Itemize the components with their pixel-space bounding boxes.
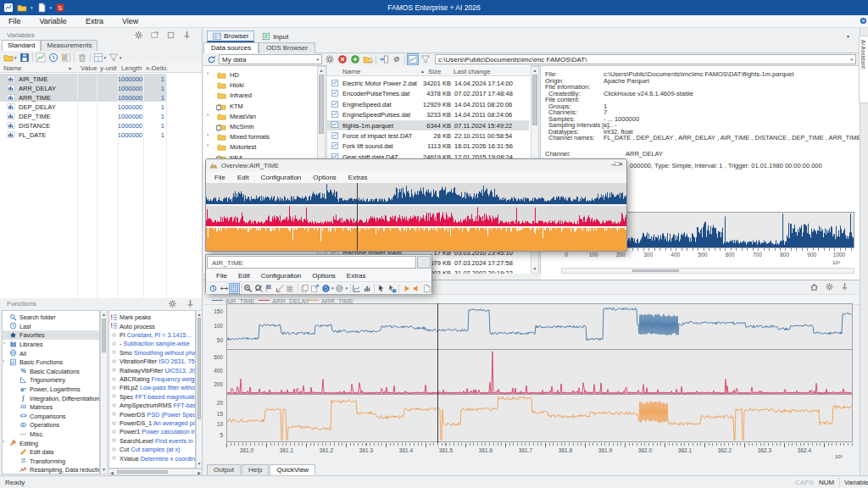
settings-gear-icon[interactable] (168, 299, 177, 308)
list-item-cut[interactable]: Cut Cut samples (at x) (109, 445, 196, 453)
save-icon[interactable] (19, 53, 30, 63)
tree-item-favorites[interactable]: Favorites (3, 330, 100, 340)
tree-item-comparisons[interactable]: <>Comparisons (3, 412, 100, 421)
file-row-fork-lift-sound-dat[interactable]: Fork lift sound.dat1113 KB16.01.2026 16:… (327, 141, 529, 151)
list-item-railwayvibfilter[interactable]: RailwayVibFilter UIC513, JIS E4023 (109, 365, 196, 374)
zoom-free-icon[interactable] (254, 284, 264, 293)
layout-grid-icon[interactable] (93, 53, 103, 63)
properties-clock-icon[interactable] (48, 53, 58, 63)
table-row[interactable]: DEP_DELAY10000001 (0, 102, 167, 111)
menu-view[interactable]: View (122, 17, 138, 25)
file-row-force-of-impact-test-dat[interactable]: Force of impact test.DAT28 KB22.10.2011 … (327, 130, 529, 141)
tree-item-libraries[interactable]: ›Libraries (3, 340, 100, 349)
list-item-smo[interactable]: Smo Smoothing without phase shift (109, 348, 196, 357)
curve-menu-options[interactable]: Options (312, 272, 336, 280)
overview-menu-edit[interactable]: Edit (237, 174, 249, 181)
variable-name-box[interactable]: AIR_TIME (207, 256, 416, 269)
tree-item-resampling-data-reduction[interactable]: Resampling, Data reduction (3, 465, 100, 474)
list-item-powerds-1[interactable]: PowerDS_1 An averaged power sp (109, 419, 196, 427)
bottom-tab-output[interactable]: Output (207, 464, 241, 475)
report-page-icon[interactable] (422, 284, 431, 293)
preview-hscrollbar[interactable] (561, 268, 854, 274)
subtab-ods-browser[interactable]: ODS Browser (259, 42, 315, 53)
curve-menu-configuration[interactable]: Configuration (261, 272, 302, 280)
update-manual-icon[interactable] (335, 284, 344, 293)
add-source-icon[interactable] (350, 54, 360, 64)
scroll-up-arrow[interactable]: ▲ (531, 68, 538, 74)
functions-list-hscrollbar[interactable]: ◀ ▶ (108, 469, 203, 475)
list-item-power1[interactable]: Power1 Power calculation in one ph (109, 427, 196, 435)
export-curve-icon[interactable] (310, 284, 320, 293)
table-row[interactable]: ARR_DELAY10000001 (0, 83, 167, 92)
folder-open-icon[interactable] (17, 3, 27, 13)
list-item-auto-process[interactable]: Auto process (109, 321, 196, 330)
folder-item-ktm[interactable]: KTM (203, 101, 317, 111)
tab-row-overflow-icon[interactable]: ▾ (847, 33, 849, 39)
table-row[interactable]: DISTANCE10000001 (0, 120, 167, 130)
tab-input[interactable]: Input (256, 30, 294, 42)
overview-menu-extras[interactable]: Extras (348, 174, 368, 181)
expander-icon[interactable]: › (2, 360, 7, 362)
settings-gear-icon[interactable] (134, 30, 143, 40)
tree-item-transforming[interactable]: Transforming (3, 457, 100, 466)
tree-item-edit-data[interactable]: Edit data (3, 447, 100, 457)
tree-item-power-logarithms[interactable]: aˣPower, Logarithms (3, 385, 100, 394)
dropdown-caret-icon[interactable]: ▾ (31, 5, 33, 10)
tree-item-search-folder[interactable]: Search folder (3, 313, 100, 322)
curve-menu-file[interactable]: File (216, 272, 227, 280)
list-item--[interactable]: - Subtraction sample-wise (109, 339, 196, 347)
column-header-date[interactable]: Last change (453, 68, 491, 75)
curve-menu-extras[interactable]: Extras (347, 272, 366, 280)
measure-circle-icon[interactable] (209, 284, 218, 293)
scroll-down-arrow[interactable]: ▼ (531, 266, 538, 272)
expander-icon[interactable]: › (3, 340, 5, 345)
tree-item-trigonometry[interactable]: Trigonometry (3, 375, 100, 385)
columns-panel-icon[interactable] (61, 53, 71, 63)
table-row[interactable]: DEP_TIME10000001 (0, 111, 167, 120)
wctl[interactable]: × (619, 160, 623, 168)
column-header-length[interactable]: Length (121, 64, 142, 72)
new-file-icon[interactable] (36, 3, 47, 13)
tab-standard[interactable]: Standard (2, 40, 41, 51)
list-item-pi[interactable]: PI Constant, PI = 3.1415... (109, 330, 196, 339)
column-header-xdelta[interactable]: x-Delta (146, 64, 167, 72)
refresh-icon[interactable] (207, 55, 216, 64)
home-icon[interactable] (810, 282, 819, 291)
tree-item-matrices[interactable]: Matrices (3, 402, 100, 412)
folder-item-infrared[interactable]: Infrared (203, 90, 317, 100)
at-sign-icon[interactable]: @ (392, 54, 402, 64)
file-row-encoderpulsetimes-dat[interactable]: EncoderPulseTimes.dat4378 KB07.02.2017 1… (327, 88, 529, 98)
file-row-electric-motor-power-2-dat[interactable]: Electric Motor Power 2.dat34201 KB14.04.… (327, 78, 529, 88)
edit-folder-icon[interactable] (363, 54, 373, 64)
menu-extra[interactable]: Extra (86, 17, 103, 25)
path-combo[interactable]: c:\Users\Public\Documents\imc\imc FAMOS\… (435, 54, 856, 64)
list-item-xvalue[interactable]: XValue Determine x coordinate (109, 453, 196, 462)
curve-fit-icon[interactable] (352, 284, 361, 293)
overview-menu-options[interactable]: Options (313, 174, 337, 181)
folder-item-micsmin[interactable]: MicSmin (203, 121, 317, 131)
expander-icon[interactable]: › (207, 132, 209, 138)
pin-icon[interactable] (840, 282, 849, 291)
copy-page-icon[interactable] (300, 284, 309, 293)
filter-funnel-icon[interactable] (108, 53, 119, 63)
list-item-powerds[interactable]: PowerDS PSD (Power Spectral Dens (109, 409, 196, 418)
overview-menu-file[interactable]: File (214, 174, 225, 181)
list-item-spec[interactable]: Spec FFT-based magnitude spectru (109, 392, 196, 401)
list-item-vibrationfilter[interactable]: VibrationFilter ISO 2631, 7505, 534 (109, 357, 196, 365)
overview-menu-configuration[interactable]: Configuration (261, 174, 302, 181)
select-cursor-icon[interactable] (376, 284, 386, 293)
settings-gear-icon[interactable] (325, 54, 335, 64)
variable-box-button[interactable] (417, 256, 431, 269)
table-row[interactable]: ARR_TIME10000001 (0, 92, 167, 102)
folder-item-mixed-formats[interactable]: ›Mixed formats (203, 131, 317, 141)
column-header-name[interactable]: Name (342, 68, 360, 75)
folder-item-hd[interactable]: ›HD (203, 69, 317, 80)
grid-mode-icon[interactable] (230, 284, 239, 293)
menu-variable[interactable]: Variable (40, 17, 67, 25)
update-auto-icon[interactable] (321, 284, 331, 293)
file-row-enginespeed-dat[interactable]: EngineSpeed.dat12929 KB14.04.2011 08:20:… (327, 99, 529, 109)
list-item-searchlevel[interactable]: SearchLevel Find events in data at (109, 436, 196, 445)
pointer-info-icon[interactable]: ? (387, 284, 397, 293)
list-item-mark-peaks[interactable]: Mark peaks (109, 313, 196, 321)
column-header-size[interactable]: Size (428, 68, 442, 75)
